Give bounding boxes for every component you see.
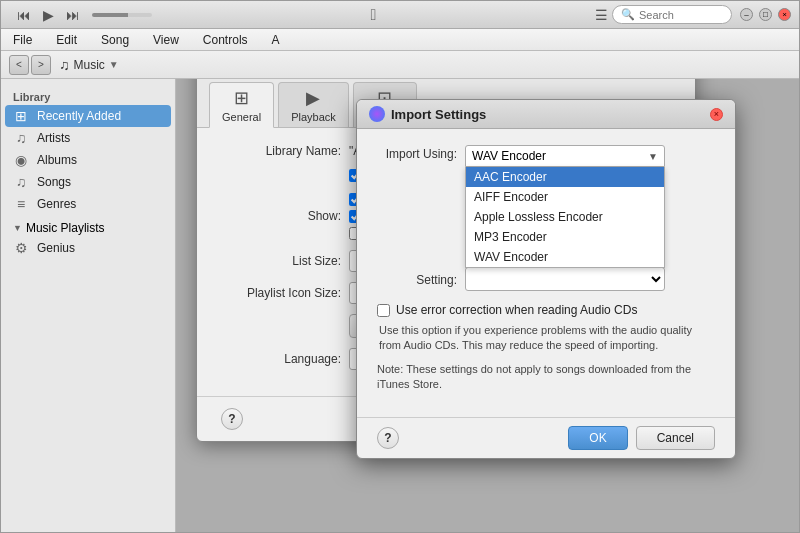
albums-label: Albums (37, 153, 77, 167)
menu-bar: File Edit Song View Controls A (1, 29, 799, 51)
menu-extra[interactable]: A (268, 31, 284, 49)
import-footer: ? OK Cancel (357, 417, 735, 458)
search-input[interactable] (639, 9, 729, 21)
language-label: Language: (221, 352, 341, 366)
nav-forward-button[interactable]: > (31, 55, 51, 75)
import-using-label: Import Using: (377, 145, 457, 161)
title-bar-right: ☰ 🔍 (595, 5, 732, 24)
playlists-section: ▼ Music Playlists (1, 215, 175, 237)
playlists-label: Music Playlists (26, 221, 105, 235)
import-close-button[interactable]: × (710, 108, 723, 121)
playlist-icon-label: Playlist Icon Size: (221, 286, 341, 300)
list-size-label: List Size: (221, 254, 341, 268)
search-icon: 🔍 (621, 8, 635, 21)
main-panel: General Preferences × ⊞ General ▶ Playba… (176, 79, 799, 532)
import-ok-button[interactable]: OK (568, 426, 627, 450)
sidebar-item-albums[interactable]: ◉ Albums (1, 149, 175, 171)
error-correction-label: Use error correction when reading Audio … (396, 303, 637, 317)
error-correction-row: Use error correction when reading Audio … (377, 303, 715, 317)
show-label: Show: (221, 209, 341, 223)
nav-arrows: < > (9, 55, 51, 75)
sidebar: Library ⊞ Recently Added ♫ Artists ◉ Alb… (1, 79, 176, 532)
chevron-down-icon: ▼ (13, 223, 22, 233)
songs-label: Songs (37, 175, 71, 189)
playback-tab-icon: ▶ (306, 87, 320, 109)
import-footer-buttons: OK Cancel (568, 426, 715, 450)
import-settings-dialog: Import Settings × Import Using: WAV Enco… (356, 99, 736, 459)
import-using-row: Import Using: WAV Encoder ▼ AAC Encoder … (377, 145, 715, 167)
general-tab-label: General (222, 111, 261, 123)
menu-song[interactable]: Song (97, 31, 133, 49)
nav-back-button[interactable]: < (9, 55, 29, 75)
apple-logo:  (160, 6, 587, 24)
genius-icon: ⚙ (13, 240, 29, 256)
error-correction-checkbox[interactable] (377, 304, 390, 317)
songs-icon: ♫ (13, 174, 29, 190)
maximize-button[interactable]: □ (759, 8, 772, 21)
artists-icon: ♫ (13, 130, 29, 146)
genres-label: Genres (37, 197, 76, 211)
play-button[interactable]: ▶ (39, 5, 58, 25)
encoder-dropdown-header[interactable]: WAV Encoder ▼ (465, 145, 665, 167)
import-itunes-logo-icon (369, 106, 385, 122)
sidebar-item-genres[interactable]: ≡ Genres (1, 193, 175, 215)
title-bar: ⏮ ▶ ⏭  ☰ 🔍 – □ × (1, 1, 799, 29)
encoder-selected-value: WAV Encoder (472, 149, 546, 163)
search-box: 🔍 (612, 5, 732, 24)
menu-edit[interactable]: Edit (52, 31, 81, 49)
recently-added-label: Recently Added (37, 109, 121, 123)
sidebar-item-songs[interactable]: ♫ Songs (1, 171, 175, 193)
dropdown-option-aac[interactable]: AAC Encoder (466, 167, 664, 187)
error-correction-note: Use this option if you experience proble… (379, 323, 715, 354)
albums-icon: ◉ (13, 152, 29, 168)
import-content: Import Using: WAV Encoder ▼ AAC Encoder … (357, 129, 735, 417)
dropdown-option-wav[interactable]: WAV Encoder (466, 247, 664, 267)
dropdown-option-mp3[interactable]: MP3 Encoder (466, 227, 664, 247)
volume-slider[interactable] (92, 13, 152, 17)
library-section-title: Library (1, 87, 175, 105)
rewind-button[interactable]: ⏮ (13, 5, 35, 25)
list-view-button[interactable]: ☰ (595, 7, 608, 23)
recently-added-icon: ⊞ (13, 108, 29, 124)
import-cancel-button[interactable]: Cancel (636, 426, 715, 450)
transport-controls: ⏮ ▶ ⏭ (13, 5, 84, 25)
dropdown-option-aiff[interactable]: AIFF Encoder (466, 187, 664, 207)
artists-label: Artists (37, 131, 70, 145)
menu-file[interactable]: File (9, 31, 36, 49)
sidebar-item-artists[interactable]: ♫ Artists (1, 127, 175, 149)
menu-view[interactable]: View (149, 31, 183, 49)
general-tab-icon: ⊞ (234, 87, 249, 109)
import-help-button[interactable]: ? (377, 427, 399, 449)
setting-row: Setting: (377, 267, 715, 291)
general-prefs-help-button[interactable]: ? (221, 408, 243, 430)
minimize-button[interactable]: – (740, 8, 753, 21)
nav-bar: < > ♫ Music ▼ (1, 51, 799, 79)
store-note: Note: These settings do not apply to son… (377, 362, 715, 393)
setting-label: Setting: (377, 271, 457, 287)
dropdown-option-apple-lossless[interactable]: Apple Lossless Encoder (466, 207, 664, 227)
encoder-dropdown: WAV Encoder ▼ AAC Encoder AIFF Encoder A… (465, 145, 715, 167)
library-name-label: Library Name: (221, 144, 341, 158)
encoder-dropdown-list: AAC Encoder AIFF Encoder Apple Lossless … (465, 167, 665, 268)
fast-forward-button[interactable]: ⏭ (62, 5, 84, 25)
tab-playback[interactable]: ▶ Playback (278, 82, 349, 127)
close-button[interactable]: × (778, 8, 791, 21)
genres-icon: ≡ (13, 196, 29, 212)
import-title-text: Import Settings (391, 107, 486, 122)
sidebar-item-genius[interactable]: ⚙ Genius (1, 237, 175, 259)
nav-dropdown-icon[interactable]: ▼ (109, 59, 119, 70)
import-using-control: WAV Encoder ▼ AAC Encoder AIFF Encoder A… (465, 145, 715, 167)
content-area: Library ⊞ Recently Added ♫ Artists ◉ Alb… (1, 79, 799, 532)
tab-general[interactable]: ⊞ General (209, 82, 274, 128)
setting-select[interactable] (465, 267, 665, 291)
import-title-bar: Import Settings × (357, 100, 735, 129)
main-window: ⏮ ▶ ⏭  ☰ 🔍 – □ × File Edit Song View Co… (0, 0, 800, 533)
nav-music-text: Music (74, 58, 105, 72)
sidebar-item-recently-added[interactable]: ⊞ Recently Added (5, 105, 171, 127)
chevron-down-icon: ▼ (648, 151, 658, 162)
window-controls: – □ × (740, 8, 791, 21)
music-note-icon: ♫ (59, 57, 70, 73)
menu-controls[interactable]: Controls (199, 31, 252, 49)
import-title-left: Import Settings (369, 106, 486, 122)
genius-label: Genius (37, 241, 75, 255)
